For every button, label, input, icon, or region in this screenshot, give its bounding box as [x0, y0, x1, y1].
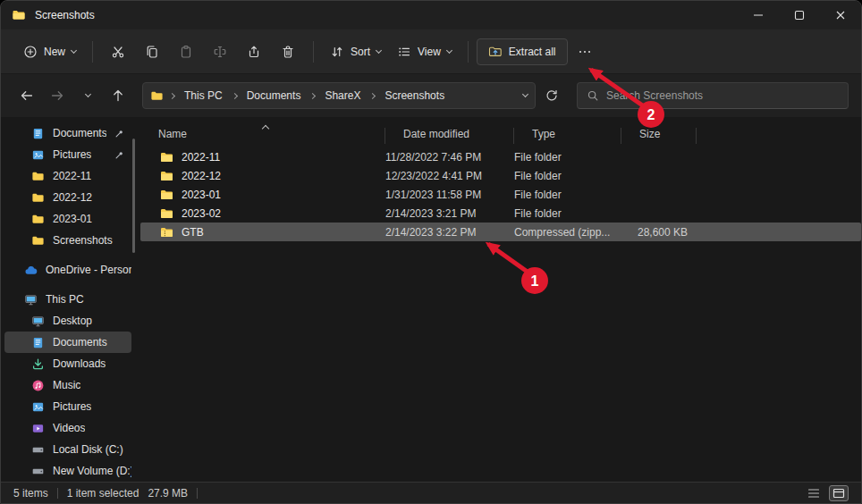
sidebar-item-desktop[interactable]: Desktop: [4, 310, 131, 332]
sidebar-item-music[interactable]: Music: [4, 374, 131, 396]
sidebar-item-label: OneDrive - Personal: [46, 264, 131, 276]
videos-icon: [31, 422, 45, 435]
sidebar-item-documents[interactable]: Documents: [4, 332, 131, 353]
column-header-type[interactable]: Type: [514, 128, 621, 144]
close-button[interactable]: [820, 1, 861, 29]
table-row-selected-gtb[interactable]: GTB 2/14/2023 3:22 PM Compressed (zipp..…: [140, 223, 861, 241]
extract-all-button[interactable]: Extract all: [477, 38, 568, 65]
sort-ascending-icon: [261, 125, 268, 132]
chevron-right-icon: [369, 92, 376, 98]
sidebar-item-label: This PC: [46, 293, 84, 306]
sidebar-item-label: New Volume (D:): [53, 465, 131, 477]
folder-icon: [31, 234, 45, 248]
file-date: 12/23/2022 4:41 PM: [385, 170, 514, 182]
back-button[interactable]: [13, 82, 40, 109]
item-count: 5 items: [13, 487, 48, 500]
music-icon: [31, 379, 45, 392]
file-date: 2/14/2023 3:21 PM: [385, 207, 514, 220]
rename-button[interactable]: [203, 38, 237, 66]
details-view-toggle[interactable]: [804, 485, 824, 501]
sidebar-item-pictures-quick[interactable]: Pictures: [4, 144, 131, 165]
paste-button[interactable]: [169, 38, 203, 66]
sidebar-item-label: Downloads: [53, 357, 106, 370]
file-name: GTB: [182, 226, 204, 239]
pin-icon: [114, 129, 124, 139]
search-icon: [587, 89, 599, 102]
sidebar-item-documents-quick[interactable]: Documents: [4, 122, 131, 144]
selection-count: 1 item selected: [67, 487, 139, 500]
cut-button[interactable]: [101, 38, 135, 66]
file-name: 2022-12: [182, 170, 221, 182]
copy-button[interactable]: [135, 38, 169, 66]
breadcrumb-documents[interactable]: Documents: [243, 87, 305, 105]
table-row[interactable]: 2022-11 11/28/2022 7:46 PM File folder: [140, 147, 861, 166]
sidebar-item-screenshots[interactable]: Screenshots: [4, 230, 131, 251]
toolbar-separator: [313, 41, 314, 63]
sidebar-item-local-disk-c[interactable]: Local Disk (C:): [4, 439, 131, 460]
minimize-button[interactable]: [738, 1, 779, 29]
file-type: Compressed (zipp...: [514, 226, 621, 239]
share-button[interactable]: [237, 38, 271, 66]
window-title: Screenshots: [35, 9, 95, 21]
forward-button[interactable]: [44, 82, 71, 109]
chevron-down-icon: [71, 46, 77, 53]
sidebar-item-pictures[interactable]: Pictures: [4, 396, 131, 417]
column-header-size[interactable]: Size: [621, 128, 697, 144]
column-header-label: Size: [639, 128, 660, 140]
sidebar-item-2022-12[interactable]: 2022-12: [4, 187, 131, 208]
table-row[interactable]: 2023-01 1/31/2023 11:58 PM File folder: [140, 185, 861, 204]
view-icon: [397, 45, 411, 59]
thumbnail-view-toggle[interactable]: [829, 485, 849, 501]
column-header-label: Type: [532, 128, 555, 140]
table-row[interactable]: 2022-12 12/23/2022 4:41 PM File folder: [140, 166, 861, 185]
downloads-icon: [31, 357, 45, 371]
up-button[interactable]: [105, 82, 131, 109]
search-input[interactable]: [606, 89, 839, 102]
titlebar: Screenshots: [1, 1, 861, 29]
maximize-button[interactable]: [779, 1, 820, 29]
extract-folder-icon: [488, 45, 503, 59]
column-header-label: Date modified: [403, 128, 469, 140]
sidebar-item-videos[interactable]: Videos: [4, 417, 131, 439]
search-box[interactable]: [577, 82, 849, 109]
sidebar-item-new-volume-d[interactable]: New Volume (D:): [4, 460, 131, 482]
folder-icon: [160, 170, 174, 182]
view-button[interactable]: View: [389, 38, 460, 65]
breadcrumb-this-pc[interactable]: This PC: [181, 87, 226, 105]
delete-button[interactable]: [271, 38, 305, 66]
file-name: 2023-01: [182, 189, 221, 201]
sidebar-item-downloads[interactable]: Downloads: [4, 353, 131, 374]
see-more-button[interactable]: [568, 38, 602, 66]
navigation-pane: Documents Pictures 2022-11 2022-12 2023-…: [1, 117, 135, 482]
breadcrumb-screenshots[interactable]: Screenshots: [381, 87, 448, 105]
refresh-button[interactable]: [539, 83, 564, 108]
file-list: Name Date modified Type Size 2022-11 11/…: [135, 117, 861, 482]
breadcrumb-sharex[interactable]: ShareX: [321, 87, 364, 105]
breadcrumb[interactable]: This PC Documents ShareX Screenshots: [142, 82, 536, 109]
sidebar-item-label: Pictures: [53, 400, 91, 413]
sidebar-item-label: Music: [53, 379, 80, 391]
sidebar-item-label: Screenshots: [53, 234, 113, 247]
sidebar-item-label: 2023-01: [53, 213, 92, 225]
sidebar-item-2022-11[interactable]: 2022-11: [4, 165, 131, 187]
table-row[interactable]: 2023-02 2/14/2023 3:21 PM File folder: [140, 204, 861, 223]
window-controls: [738, 1, 861, 29]
sort-button[interactable]: Sort: [322, 38, 389, 65]
selection-size: 27.9 MB: [148, 487, 188, 500]
new-button[interactable]: New: [15, 38, 84, 65]
folder-icon: [12, 8, 26, 22]
pictures-icon: [31, 148, 45, 162]
column-header-name[interactable]: Name: [140, 128, 385, 144]
status-separator: [197, 488, 198, 499]
sidebar-item-this-pc[interactable]: This PC: [4, 289, 131, 310]
address-dropdown-chevron-icon[interactable]: [522, 91, 528, 97]
sidebar-item-2023-01[interactable]: 2023-01: [4, 208, 131, 230]
sidebar-item-onedrive[interactable]: OneDrive - Personal: [4, 259, 131, 281]
recent-locations-button[interactable]: [74, 82, 101, 109]
file-rows: 2022-11 11/28/2022 7:46 PM File folder 2…: [140, 147, 861, 241]
column-header-date-modified[interactable]: Date modified: [385, 128, 514, 144]
chevron-right-icon: [232, 92, 238, 98]
desktop-icon: [31, 315, 45, 328]
toolbar-separator: [92, 41, 93, 63]
folder-icon: [160, 151, 174, 164]
